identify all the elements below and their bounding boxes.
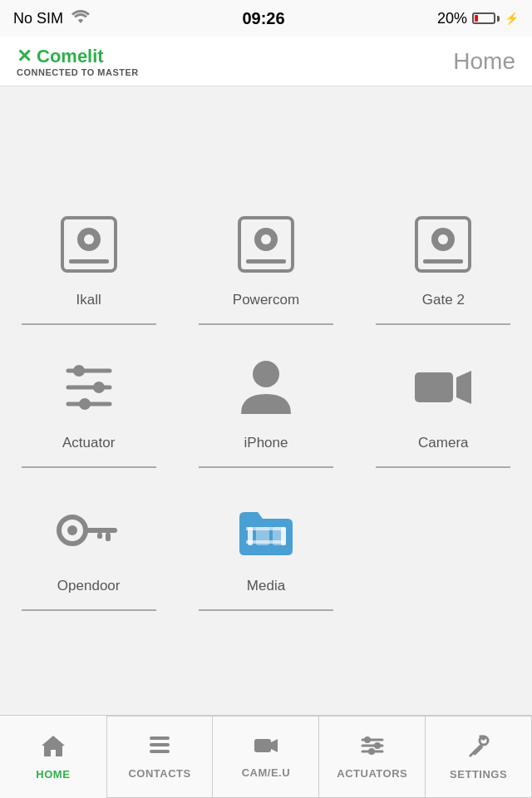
grid-item-iphone[interactable]: iPhone <box>177 333 354 468</box>
connected-status: CONNECTED TO MASTER <box>17 67 139 77</box>
nav-cameu-label: CAM/E.U <box>242 766 290 779</box>
iphone-icon <box>229 350 303 425</box>
svg-rect-34 <box>150 743 170 746</box>
grid-item-gate2[interactable]: Gate 2 <box>355 190 532 325</box>
grid-item-camera[interactable]: Camera <box>355 333 532 468</box>
nav-item-home[interactable]: HOME <box>0 716 106 798</box>
svg-rect-31 <box>246 540 284 544</box>
charging-icon: ⚡ <box>505 12 519 25</box>
nav-right-group: CONTACTS CAM/E.U <box>106 716 532 798</box>
camera-icon <box>406 350 480 425</box>
svg-rect-25 <box>97 533 102 539</box>
svg-point-10 <box>438 234 448 244</box>
svg-rect-3 <box>69 259 109 264</box>
carrier-label: No SIM <box>13 10 63 27</box>
grid-item-actuator[interactable]: Actuator <box>0 333 177 468</box>
opendoor-icon <box>52 493 126 568</box>
svg-point-41 <box>364 736 371 743</box>
nav-home-label: HOME <box>36 768 70 781</box>
opendoor-label: Opendoor <box>57 578 121 594</box>
svg-rect-11 <box>423 259 463 264</box>
svg-rect-24 <box>106 533 111 541</box>
svg-rect-30 <box>246 527 284 530</box>
wrench-icon <box>467 734 490 763</box>
svg-point-42 <box>374 742 381 749</box>
svg-point-16 <box>93 382 105 393</box>
app-header: ✕ Comelit CONNECTED TO MASTER Home <box>0 37 532 86</box>
house-icon <box>41 734 66 763</box>
powercom-icon <box>229 207 303 282</box>
logo: ✕ Comelit <box>17 46 139 67</box>
nav-item-settings[interactable]: SETTINGS <box>425 717 531 797</box>
status-left: No SIM <box>13 10 90 27</box>
grid-item-powercom[interactable]: Powercom <box>177 190 354 325</box>
sliders-nav-icon <box>360 735 385 762</box>
svg-point-2 <box>84 234 94 244</box>
ikall-icon <box>52 207 126 282</box>
bottom-nav: HOME CONTACTS CAM/E.U <box>0 715 532 798</box>
svg-marker-32 <box>42 736 65 756</box>
nav-settings-label: SETTINGS <box>450 768 507 781</box>
grid-item-media[interactable]: Media <box>177 476 354 611</box>
nav-item-contacts[interactable]: CONTACTS <box>107 717 213 797</box>
time-label: 09:26 <box>242 9 284 28</box>
svg-rect-7 <box>246 259 286 264</box>
camera-label: Camera <box>418 435 468 451</box>
nav-actuators-label: ACTUATORS <box>337 767 407 780</box>
battery-pct: 20% <box>437 10 467 27</box>
nav-contacts-label: CONTACTS <box>128 767 190 780</box>
nav-item-cameu[interactable]: CAM/E.U <box>212 717 318 797</box>
svg-marker-20 <box>456 371 471 404</box>
logo-icon: ✕ <box>17 46 32 67</box>
nav-item-actuators[interactable]: ACTUATORS <box>318 717 425 797</box>
grid-item-ikall[interactable]: Ikall <box>0 190 177 325</box>
svg-point-6 <box>261 234 271 244</box>
svg-marker-37 <box>271 739 278 752</box>
battery-icon <box>472 12 500 24</box>
list-icon <box>148 735 171 762</box>
svg-point-15 <box>73 365 85 377</box>
svg-point-22 <box>67 525 77 535</box>
svg-rect-23 <box>84 528 117 533</box>
media-label: Media <box>247 578 285 594</box>
main-grid-area: Ikall Powercom <box>0 86 532 715</box>
svg-rect-35 <box>150 750 170 753</box>
app-grid: Ikall Powercom <box>0 190 532 611</box>
ikall-label: Ikall <box>76 292 101 308</box>
status-right: 20% ⚡ <box>437 10 519 27</box>
media-icon <box>229 493 303 568</box>
svg-point-17 <box>79 398 91 410</box>
svg-rect-36 <box>254 739 271 752</box>
actuator-label: Actuator <box>62 435 115 451</box>
wifi-icon <box>71 10 90 27</box>
logo-area: ✕ Comelit CONNECTED TO MASTER <box>17 46 139 77</box>
grid-item-opendoor[interactable]: Opendoor <box>0 476 177 611</box>
status-bar: No SIM 09:26 20% ⚡ <box>0 0 532 37</box>
iphone-label: iPhone <box>244 435 288 451</box>
logo-name: Comelit <box>37 46 104 67</box>
svg-point-18 <box>253 361 279 387</box>
actuator-icon <box>52 350 126 425</box>
gate2-label: Gate 2 <box>422 292 465 308</box>
svg-point-43 <box>368 748 375 755</box>
video-icon <box>253 735 279 761</box>
gate2-icon <box>406 207 480 282</box>
svg-rect-19 <box>415 372 453 402</box>
svg-rect-33 <box>150 736 170 740</box>
powercom-label: Powercom <box>233 292 299 308</box>
page-title: Home <box>453 48 515 75</box>
